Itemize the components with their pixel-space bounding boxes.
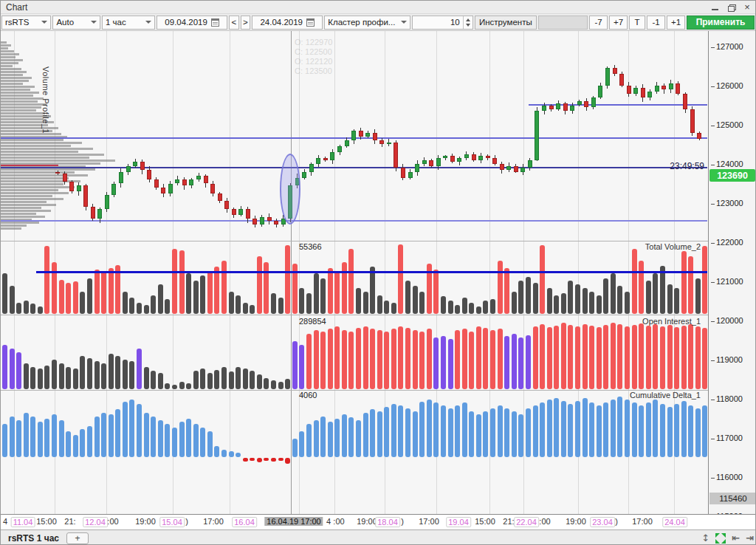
indicator-bar (589, 292, 594, 314)
volume-profile-row (1, 103, 47, 106)
indicator-bar (688, 324, 693, 389)
date-to-field[interactable]: 24.04.2019 (252, 16, 323, 30)
restore-button[interactable] (723, 1, 739, 13)
indicator-bar (109, 354, 114, 389)
indicator-bar (334, 271, 340, 314)
indicator-bar (646, 326, 651, 389)
indicator-bar (512, 334, 517, 389)
indicator-bar (597, 405, 602, 457)
add-tab-button[interactable]: + (66, 532, 89, 544)
indicator-bar (681, 251, 687, 314)
indicator-bar (639, 405, 644, 457)
volume-profile-row (1, 56, 16, 58)
volume-profile-row (1, 160, 115, 162)
indicator-bar (129, 298, 134, 314)
minus7-label: -7 (594, 18, 602, 27)
timeframe-select[interactable]: 1 час (102, 16, 155, 30)
indicator-bar (653, 324, 658, 389)
tick-mark (711, 204, 715, 205)
indicator-bar (221, 261, 227, 314)
chevron-down-icon (401, 21, 407, 24)
spinner-arrows[interactable] (463, 16, 472, 29)
scroll-to-end-icon[interactable]: ⇥ (746, 532, 754, 544)
volume-profile-row (1, 148, 93, 150)
volume-profile-row (1, 109, 36, 112)
indicator-bar (667, 407, 673, 457)
indicator-bar (299, 288, 304, 314)
indicator-bar (80, 292, 85, 314)
indicator-bar (348, 417, 354, 457)
mode-select-value: Auto (56, 18, 74, 27)
indicator-bar (356, 420, 361, 457)
indicator-bar (455, 405, 460, 457)
indicator-bar (264, 378, 269, 389)
indicator-bar (405, 281, 410, 314)
indicator-bar (314, 273, 319, 314)
indicator-bar (236, 367, 241, 389)
indicator-bar (625, 326, 630, 389)
indicator-bar (674, 288, 679, 314)
tab-chart-rsrts[interactable]: rsRTS 1 час (1, 533, 66, 544)
time-label: :00 (539, 517, 550, 526)
indicator-bar (518, 337, 523, 389)
indicator-bar (632, 249, 637, 314)
candle-body (69, 182, 74, 191)
time-axis[interactable]: 411.0415:0021:12.04:0019:0015.04)17:0016… (1, 514, 756, 530)
candle-body (683, 94, 687, 109)
mode-select[interactable]: Auto (52, 16, 100, 30)
indicator-bar (455, 330, 460, 389)
indicator-bar (568, 325, 573, 389)
candle-body (91, 207, 95, 219)
candle-body (83, 185, 88, 207)
minus1-button[interactable]: -1 (647, 16, 665, 30)
period-spinner[interactable]: 10 (412, 16, 472, 30)
apply-button[interactable]: Применить (687, 16, 755, 30)
resize-vertical-icon[interactable]: ↕ (701, 532, 709, 544)
tools-button[interactable]: Инструменты (475, 16, 537, 30)
plus7-button[interactable]: +7 (609, 16, 628, 30)
indicator-bar (632, 402, 637, 457)
indicator-bar (462, 402, 467, 457)
today-button[interactable]: T (629, 16, 645, 30)
indicator-bar (320, 417, 326, 457)
indicator-bar (94, 417, 100, 457)
volume-profile-row (1, 139, 63, 141)
candle-body (697, 133, 701, 139)
candle-body (577, 101, 582, 105)
chart-plot-area[interactable]: О: 122970С: 122500О: 122120С: 12350023:4… (1, 31, 708, 530)
candle-body (351, 131, 356, 140)
indicator-bar (137, 349, 142, 389)
indicator-bar (306, 293, 312, 314)
indicator-bar (59, 363, 64, 389)
indicator-bar (229, 451, 234, 457)
date-from-field[interactable]: 09.04.2019 (157, 16, 227, 30)
indicator-bar (285, 245, 290, 314)
indicator-bar (688, 256, 693, 314)
volume-profile-row (1, 74, 23, 76)
indicator-bar (695, 278, 701, 314)
indicator-bar (413, 330, 418, 389)
candle-body (218, 193, 222, 202)
chart-type-select[interactable]: Кластер профи... (324, 16, 410, 30)
auto-fit-icon[interactable] (715, 533, 726, 544)
minimize-button[interactable] (707, 1, 723, 13)
indicator-bar (441, 296, 446, 314)
volume-profile-name: Volume Profile_1 (41, 66, 50, 134)
indicator-bar (243, 303, 248, 314)
indicator-value: 55366 (299, 242, 322, 251)
symbol-select[interactable]: rsRTS (1, 16, 51, 30)
date-label: 24.04 (662, 517, 687, 527)
volume-profile-row (1, 47, 8, 49)
candle-body (63, 174, 67, 182)
price-axis[interactable]: 1270001260001250001240001230001220001210… (708, 31, 756, 530)
indicator-bar (498, 405, 503, 457)
scroll-to-start-icon[interactable]: ⇤ (732, 532, 740, 544)
next-range-button[interactable]: > (241, 16, 250, 30)
close-button[interactable]: × (739, 1, 755, 13)
indicator-bar (2, 273, 7, 314)
minus7-button[interactable]: -7 (589, 16, 608, 30)
plus1-button[interactable]: +1 (667, 16, 685, 30)
indicator-bar (87, 426, 92, 457)
indicator-bar (115, 409, 120, 457)
prev-range-button[interactable]: < (229, 16, 238, 30)
